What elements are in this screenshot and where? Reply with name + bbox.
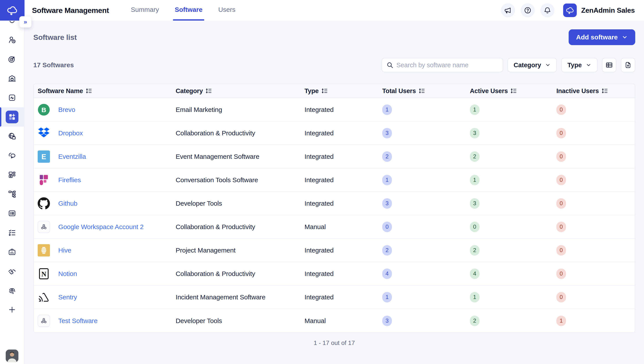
table-columns-icon — [606, 61, 613, 69]
software-name-link[interactable]: Fireflies — [58, 176, 81, 184]
software-name-link[interactable]: Github — [58, 200, 77, 207]
add-software-label: Add software — [576, 34, 618, 41]
inactive-users-badge: 0 — [556, 268, 566, 279]
total-users-badge: 3 — [382, 316, 392, 326]
category-cell: Collaboration & Productivity — [176, 223, 304, 230]
tab-software[interactable]: Software — [173, 0, 204, 20]
inactive-users-cell: 1 — [556, 316, 635, 326]
software-name-link[interactable]: Google Workspace Account 2 — [58, 223, 144, 230]
total-users-cell: 1 — [382, 292, 470, 302]
category-filter[interactable]: Category — [508, 58, 557, 72]
tab-users[interactable]: Users — [216, 0, 237, 20]
category-cell: Collaboration & Productivity — [176, 130, 304, 137]
table-row[interactable]: Sentry Incident Management Software Inte… — [34, 286, 635, 309]
export-button[interactable] — [621, 58, 635, 72]
sidebar-item-org-chart[interactable] — [0, 184, 24, 204]
target-goal-icon — [8, 55, 16, 63]
page-title: Software list — [33, 33, 77, 42]
sidebar-item-payroll[interactable] — [0, 242, 24, 262]
total-users-cell: 1 — [382, 175, 470, 185]
column-header-category[interactable]: Category — [176, 88, 304, 94]
inactive-users-cell: 0 — [556, 104, 635, 115]
user-avatar[interactable] — [6, 350, 18, 362]
sidebar-item-office[interactable] — [0, 69, 24, 88]
table-row[interactable]: Fireflies Conversation Tools Software In… — [34, 168, 635, 192]
tab-summary[interactable]: Summary — [129, 0, 160, 20]
type-cell: Manual — [304, 317, 382, 324]
add-software-button[interactable]: Add software — [569, 29, 635, 45]
topbar-right: ZenAdmin Sales — [501, 3, 644, 17]
cloud-logo-icon — [565, 6, 575, 15]
sidebar-item-add[interactable] — [0, 300, 24, 319]
table-row[interactable]: B Brevo Email Marketing Integrated 1 1 0 — [34, 98, 635, 122]
sidebar-item-software[interactable] — [0, 107, 24, 126]
columns-settings-button[interactable] — [602, 58, 616, 72]
active-users-badge: 2 — [470, 151, 480, 162]
column-header-type[interactable]: Type — [304, 88, 382, 94]
sidebar-item-partnerships[interactable] — [0, 262, 24, 281]
column-header-inactive-users[interactable]: Inactive Users — [556, 88, 635, 94]
table-row[interactable]: Google Workspace Account 2 Collaboration… — [34, 215, 635, 239]
sidebar-item-user-time[interactable] — [0, 30, 24, 50]
software-name-link[interactable]: Notion — [58, 270, 77, 278]
sidebar-item-conversations[interactable] — [0, 146, 24, 165]
active-users-cell: 2 — [470, 245, 556, 256]
announcements-button[interactable] — [501, 3, 515, 17]
sidebar-item-device-health[interactable] — [0, 88, 24, 107]
sidebar-item-goals[interactable] — [0, 50, 24, 69]
checklist-icon — [8, 228, 16, 237]
software-name-cell: N Notion — [34, 268, 176, 280]
inactive-users-cell: 0 — [556, 151, 635, 162]
software-name-link[interactable]: Sentry — [58, 294, 77, 301]
category-cell: Email Marketing — [176, 106, 304, 114]
table-row[interactable]: Dropbox Collaboration & Productivity Int… — [34, 122, 635, 145]
page-header: Software list Add software — [33, 29, 635, 45]
software-name-cell: B Brevo — [34, 104, 176, 116]
active-users-cell: 1 — [470, 175, 556, 185]
table-row[interactable]: Test Software Developer Tools Manual 3 2… — [34, 309, 635, 332]
sidebar-item-marketplace[interactable] — [0, 126, 24, 146]
active-users-badge: 1 — [470, 175, 480, 185]
category-cell: Conversation Tools Software — [176, 176, 304, 184]
total-users-cell: 2 — [382, 151, 470, 162]
notifications-button[interactable] — [540, 3, 554, 17]
inactive-users-badge: 0 — [556, 104, 566, 115]
account-name: ZenAdmin Sales — [581, 6, 635, 14]
column-header-total-users[interactable]: Total Users — [382, 88, 470, 94]
table-row[interactable]: N Notion Collaboration & Productivity In… — [34, 262, 635, 286]
type-filter[interactable]: Type — [561, 58, 598, 72]
software-count: 17 Softwares — [33, 61, 74, 69]
svg-text:N: N — [42, 270, 46, 278]
software-logo — [38, 174, 50, 186]
software-name-link[interactable]: Dropbox — [58, 130, 83, 137]
list-card-icon — [8, 209, 16, 218]
account-switcher[interactable]: ZenAdmin Sales — [563, 4, 635, 17]
type-cell: Manual — [304, 223, 382, 230]
search-box[interactable] — [382, 58, 503, 72]
sidebar-item-checklist[interactable] — [0, 223, 24, 242]
sidebar-expand-button[interactable]: » — [19, 16, 32, 28]
software-name-link[interactable]: Brevo — [58, 106, 75, 114]
active-users-cell: 1 — [470, 292, 556, 302]
total-users-cell: 3 — [382, 128, 470, 138]
briefcase-chart-icon — [8, 248, 16, 256]
table-row[interactable]: Hive Project Management Integrated 2 2 0 — [34, 239, 635, 262]
type-cell: Integrated — [304, 106, 382, 114]
inactive-users-cell: 0 — [556, 198, 635, 209]
sidebar-item-reimbursements[interactable] — [0, 281, 24, 300]
search-input[interactable] — [396, 62, 498, 69]
software-name-link[interactable]: Hive — [58, 246, 71, 254]
chat-bubbles-icon — [8, 151, 16, 160]
table-row[interactable]: E Eventzilla Event Management Software I… — [34, 145, 635, 168]
inactive-users-badge: 0 — [556, 292, 566, 302]
sidebar-item-integrations[interactable] — [0, 165, 24, 184]
table-row[interactable]: Github Developer Tools Integrated 3 3 0 — [34, 192, 635, 215]
sidebar-item-reports[interactable] — [0, 204, 24, 223]
software-name-link[interactable]: Eventzilla — [58, 153, 86, 160]
total-users-badge: 2 — [382, 245, 392, 256]
column-header-software-name[interactable]: Software Name — [34, 88, 176, 94]
software-name-link[interactable]: Test Software — [58, 317, 98, 324]
help-button[interactable] — [521, 3, 535, 17]
column-header-active-users[interactable]: Active Users — [470, 88, 556, 94]
software-name-cell: Sentry — [34, 291, 176, 303]
